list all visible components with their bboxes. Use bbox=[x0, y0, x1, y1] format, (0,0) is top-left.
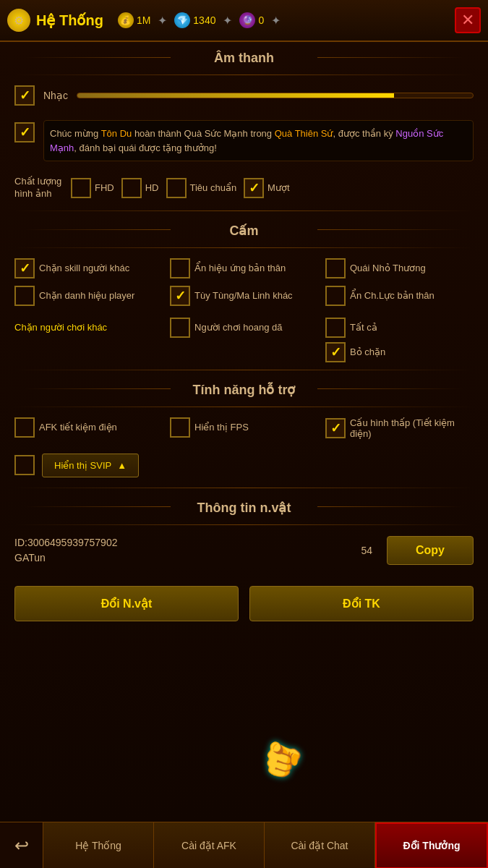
cam-cb-5[interactable] bbox=[170, 286, 190, 306]
standard-checkbox[interactable] bbox=[166, 178, 187, 198]
close-button[interactable]: ✕ bbox=[455, 7, 481, 33]
tab-he-thong[interactable]: Hệ Thống bbox=[43, 822, 154, 868]
support-lbl-3: Cấu hình thấp (Tiết kiệm điện) bbox=[350, 417, 474, 439]
notif-text1: Chúc mừng bbox=[50, 128, 101, 139]
cam-label-5: Tùy Tùng/Ma Linh khác bbox=[194, 290, 293, 301]
notif-text4: , đánh bại quái được tặng thưởng! bbox=[74, 142, 217, 153]
support-grid: AFK tiết kiệm điện Hiển thị FPS Cấu hình… bbox=[0, 410, 488, 446]
back-icon: ↩ bbox=[14, 835, 29, 856]
block-lbl-2: Tất cả bbox=[350, 322, 377, 333]
divider-1 bbox=[14, 75, 474, 75]
change-char-button[interactable]: Đổi N.vật bbox=[14, 586, 239, 621]
tab-cai-dat-chat[interactable]: Cài đặt Chat bbox=[265, 822, 375, 868]
quality-hd[interactable]: HD bbox=[121, 178, 159, 198]
block-opt-2: Tất cả bbox=[325, 318, 474, 338]
cam-cb-6[interactable] bbox=[325, 286, 346, 306]
cam-cb-1[interactable] bbox=[14, 258, 35, 278]
svip-row: Hiển thị SVIP ▲ bbox=[0, 446, 488, 485]
quality-row: Chất lượng hình ảnh FHD HD Tiêu chuẩn Mư… bbox=[0, 169, 488, 208]
notif-name: Tôn Du bbox=[101, 128, 132, 139]
divider-4 bbox=[14, 370, 474, 370]
notification-text: Chúc mừng Tôn Du hoàn thành Quà Sức Mạnh… bbox=[43, 120, 474, 161]
action-buttons: Đổi N.vật Đổi TK bbox=[0, 579, 488, 636]
divider-6 bbox=[14, 488, 474, 488]
svip-checkbox[interactable] bbox=[14, 455, 35, 475]
block-lbl-1: Người chơi hoang dã bbox=[194, 322, 283, 333]
music-row: Nhạc bbox=[0, 78, 488, 113]
hd-checkbox[interactable] bbox=[121, 178, 142, 198]
char-info: ID:3006495939757902 GATun 54 Copy bbox=[0, 528, 488, 579]
svip-button[interactable]: Hiển thị SVIP ▲ bbox=[42, 454, 139, 477]
bottom-bar: ↩ Hệ Thống Cài đặt AFK Cài đặt Chat Đổi … bbox=[0, 822, 488, 868]
copy-button[interactable]: Copy bbox=[387, 536, 474, 565]
music-slider[interactable] bbox=[77, 93, 474, 98]
block-lbl-3: Bỏ chặn bbox=[350, 346, 385, 357]
cam-opt-4: Chặn danh hiệu player bbox=[14, 286, 163, 306]
orb-icon: 🔮 bbox=[239, 12, 255, 28]
block-opt-3: Bỏ chặn bbox=[325, 342, 474, 362]
app-title: Hệ Thống bbox=[36, 12, 103, 29]
char-id-row: ID:3006495939757902 GATun 54 Copy bbox=[14, 535, 474, 566]
bottom-tabs: Hệ Thống Cài đặt AFK Cài đặt Chat Đổi Th… bbox=[43, 822, 488, 868]
orb-resource: 🔮 0 bbox=[239, 12, 264, 28]
fhd-checkbox[interactable] bbox=[71, 178, 91, 198]
cam-label-6: Ẩn Ch.Lực bản thân bbox=[350, 290, 435, 301]
svip-arrow-icon: ▲ bbox=[117, 460, 127, 471]
smooth-label: Mượt bbox=[267, 182, 289, 193]
support-cb-2[interactable] bbox=[170, 417, 190, 438]
tab-cai-dat-afk[interactable]: Cài đặt AFK bbox=[154, 822, 265, 868]
gem-resource: 💎 1340 bbox=[174, 12, 215, 28]
block-cb-3[interactable] bbox=[325, 342, 346, 362]
cam-label-4: Chặn danh hiệu player bbox=[39, 290, 134, 301]
support-opt-2: Hiển thị FPS bbox=[170, 417, 318, 438]
cam-opt-6: Ẩn Ch.Lực bản thân bbox=[325, 286, 474, 306]
plus-gold: ✦ bbox=[158, 14, 167, 27]
support-opt-1: AFK tiết kiệm điện bbox=[14, 417, 163, 438]
block-row: Chặn người chơi khác Người chơi hoang dã… bbox=[0, 313, 488, 342]
notif-text2: hoàn thành Quà Sức Mạnh trong bbox=[132, 128, 274, 139]
char-name: GATun bbox=[14, 550, 117, 566]
smooth-checkbox[interactable] bbox=[244, 178, 264, 198]
back-button[interactable]: ↩ bbox=[0, 822, 43, 868]
tab-doi-thuong-label: Đổi Thưởng bbox=[403, 840, 460, 851]
change-acc-button[interactable]: Đổi TK bbox=[249, 586, 474, 621]
char-id: ID:3006495939757902 bbox=[14, 535, 117, 550]
cam-opt-5: Tùy Tùng/Ma Linh khác bbox=[170, 286, 318, 306]
cam-opt-1: Chặn skill người khác bbox=[14, 258, 163, 278]
quality-fhd[interactable]: FHD bbox=[71, 178, 114, 198]
top-bar: ⚙ Hệ Thống 💰 1M ✦ 💎 1340 ✦ 🔮 0 ✦ ✕ bbox=[0, 0, 488, 42]
quality-options: FHD HD Tiêu chuẩn Mượt bbox=[71, 178, 474, 198]
notif-checkbox[interactable] bbox=[14, 122, 35, 142]
quality-smooth[interactable]: Mượt bbox=[244, 178, 289, 198]
notif-quest: Quà Thiên Sứ bbox=[275, 128, 333, 139]
quality-label: Chất lượng hình ảnh bbox=[14, 176, 65, 200]
gold-resource: 💰 1M bbox=[118, 12, 150, 28]
tab-doi-thuong[interactable]: Đổi Thưởng bbox=[375, 822, 488, 868]
title-section: ⚙ Hệ Thống bbox=[7, 9, 103, 32]
support-lbl-1: AFK tiết kiệm điện bbox=[39, 422, 117, 433]
support-lbl-2: Hiển thị FPS bbox=[194, 422, 249, 433]
music-checkbox[interactable] bbox=[14, 85, 35, 106]
plus-orb: ✦ bbox=[271, 14, 281, 27]
music-label: Nhạc bbox=[43, 90, 68, 101]
plus-gem: ✦ bbox=[223, 14, 232, 27]
block-cb-1[interactable] bbox=[170, 318, 190, 338]
support-cb-1[interactable] bbox=[14, 417, 35, 438]
tab-he-thong-label: Hệ Thống bbox=[75, 840, 121, 851]
quality-standard[interactable]: Tiêu chuẩn bbox=[166, 178, 237, 198]
cam-cb-4[interactable] bbox=[14, 286, 35, 306]
cam-cb-3[interactable] bbox=[325, 258, 346, 278]
divider-2 bbox=[14, 210, 474, 211]
system-icon: ⚙ bbox=[7, 9, 30, 32]
cam-label-3: Quái Nhỏ Thương bbox=[350, 263, 426, 273]
cam-opt-3: Quái Nhỏ Thương bbox=[325, 258, 474, 278]
hd-label: HD bbox=[145, 182, 159, 193]
support-section-title: Tính năng hỗ trợ bbox=[0, 373, 488, 404]
tab-afk-label: Cài đặt AFK bbox=[181, 840, 236, 851]
char-level: 54 bbox=[361, 545, 372, 556]
cam-cb-2[interactable] bbox=[170, 258, 190, 278]
block-opt-1: Người chơi hoang dã bbox=[170, 318, 318, 338]
support-cb-3[interactable] bbox=[325, 418, 346, 438]
block-cb-2[interactable] bbox=[325, 318, 346, 338]
gem-amount: 1340 bbox=[193, 14, 215, 26]
